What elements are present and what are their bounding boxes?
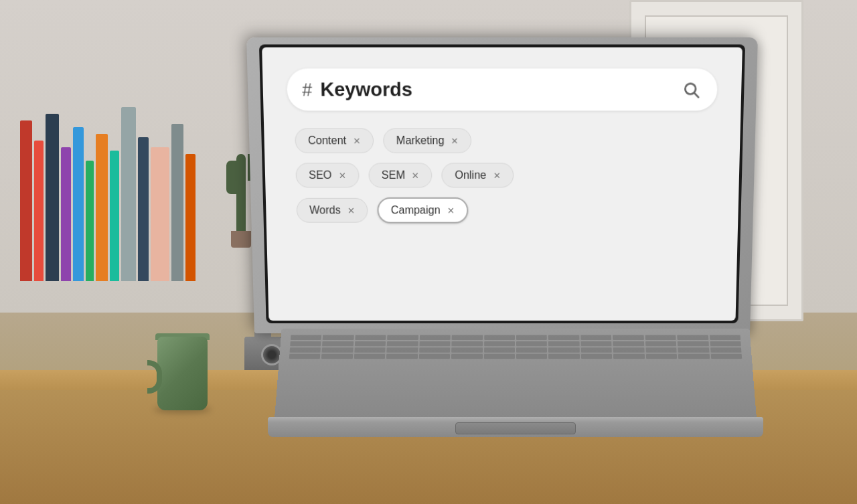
keyboard-key	[678, 354, 710, 359]
keyboard-key	[645, 347, 677, 353]
tag-words-label: Words	[309, 204, 341, 216]
tags-row-3: Words ✕ Campaign ✕	[297, 197, 708, 224]
tag-online-close[interactable]: ✕	[493, 170, 500, 180]
tag-words-close[interactable]: ✕	[347, 205, 355, 216]
keyboard-key	[709, 335, 741, 339]
keyboard-key	[645, 335, 676, 339]
search-bar[interactable]: # Keywords	[287, 68, 718, 110]
keyboard-key	[419, 347, 451, 353]
book	[46, 114, 59, 281]
tag-marketing[interactable]: Marketing ✕	[383, 128, 471, 153]
keyboard-key	[580, 341, 611, 346]
tag-seo-label: SEO	[309, 169, 332, 182]
keyboard-key	[484, 341, 515, 346]
tag-words[interactable]: Words ✕	[297, 198, 368, 223]
tag-seo[interactable]: SEO ✕	[295, 163, 359, 187]
cactus-pot	[231, 231, 251, 248]
keyboard-key	[289, 354, 321, 359]
tag-sem-close[interactable]: ✕	[412, 170, 419, 180]
book	[151, 147, 169, 281]
book	[171, 124, 183, 281]
search-keywords-text: Keywords	[320, 78, 672, 101]
coffee-mug	[147, 317, 221, 410]
keyboard-key	[678, 341, 709, 346]
keyboard-key	[451, 347, 482, 353]
keyboard-key	[581, 347, 613, 353]
mug-body	[157, 337, 208, 410]
keyboard-keys	[279, 329, 752, 365]
book	[121, 107, 136, 281]
tag-marketing-close[interactable]: ✕	[451, 135, 459, 146]
search-icon[interactable]	[680, 78, 703, 101]
keyboard-key	[355, 335, 386, 339]
hash-symbol: #	[302, 80, 312, 98]
tag-campaign-close[interactable]: ✕	[447, 205, 455, 216]
keyboard-key	[484, 354, 515, 359]
keyboard-key	[322, 341, 354, 346]
book	[86, 161, 94, 281]
book	[20, 120, 32, 281]
keyboard-key	[645, 354, 677, 359]
tags-row-1: Content ✕ Marketing ✕	[295, 128, 710, 153]
keyboard-key	[710, 347, 742, 353]
book	[73, 127, 84, 281]
scene: # Keywords Content ✕	[0, 0, 857, 504]
keyboard-key	[516, 341, 547, 346]
keyboard-key	[581, 354, 613, 359]
keyboard-key	[387, 347, 418, 353]
trackpad[interactable]	[455, 422, 576, 434]
keyboard-key	[613, 354, 645, 359]
keyboard-key	[291, 335, 322, 339]
book	[34, 141, 44, 281]
keyboard-key	[451, 341, 482, 346]
tag-content[interactable]: Content ✕	[295, 128, 374, 153]
tag-online-label: Online	[455, 169, 486, 182]
laptop-keyboard	[275, 329, 757, 418]
keyboard-key	[419, 354, 451, 359]
keyboard-key	[323, 335, 354, 339]
tag-online[interactable]: Online ✕	[442, 163, 514, 187]
book	[96, 134, 108, 281]
tags-area: Content ✕ Marketing ✕ SEO ✕	[288, 124, 716, 227]
keyboard-key	[354, 347, 386, 353]
tag-campaign-label: Campaign	[391, 204, 441, 216]
keyboard-key	[451, 354, 483, 359]
keyboard-key	[484, 347, 515, 353]
keyboard-key	[355, 341, 386, 346]
laptop-screen: # Keywords Content ✕	[262, 48, 743, 321]
keyboard-key	[516, 354, 548, 359]
book	[138, 137, 149, 281]
tag-sem[interactable]: SEM ✕	[368, 163, 433, 187]
keyboard-key	[484, 335, 515, 339]
cactus-body	[236, 154, 246, 234]
keyboard-key	[386, 354, 418, 359]
keyboard-key	[548, 354, 580, 359]
keyboard-key	[710, 341, 741, 346]
keyboard-key	[613, 335, 643, 339]
keyboard-key	[677, 335, 708, 339]
tag-campaign[interactable]: Campaign ✕	[377, 197, 468, 224]
tag-marketing-label: Marketing	[396, 135, 445, 147]
keyboard-key	[290, 341, 321, 346]
keyboard-key	[580, 335, 611, 339]
laptop: # Keywords Content ✕	[254, 102, 777, 437]
keyboard-key	[516, 347, 547, 353]
keyboard-key	[613, 347, 645, 353]
cactus-arm-left	[226, 161, 236, 194]
tag-seo-close[interactable]: ✕	[339, 170, 346, 180]
keyboard-key	[710, 354, 742, 359]
keyboard-key	[548, 341, 579, 346]
bookshelf	[20, 80, 196, 281]
book	[185, 154, 196, 281]
keyboard-key	[548, 335, 579, 339]
tag-content-close[interactable]: ✕	[353, 135, 360, 146]
keyboard-key	[289, 347, 321, 353]
keyboard-key	[613, 341, 644, 346]
keyboard-key	[645, 341, 677, 346]
keyboard-key	[420, 335, 451, 339]
laptop-lid: # Keywords Content ✕	[246, 37, 758, 333]
keyboard-key	[387, 341, 418, 346]
tags-row-2: SEO ✕ SEM ✕ Online ✕	[295, 163, 708, 187]
keyboard-key	[452, 335, 483, 339]
keyboard-key	[321, 354, 353, 359]
